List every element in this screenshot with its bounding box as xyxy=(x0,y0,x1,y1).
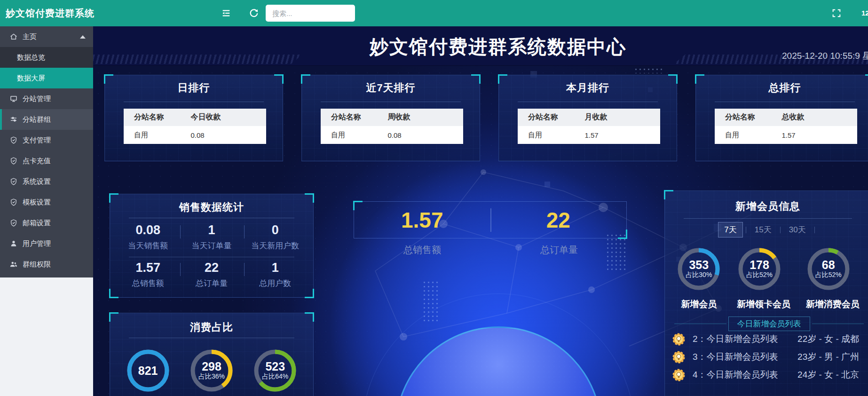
sidebar-item-label: 点卡充值 xyxy=(23,157,51,166)
sidebar-item-label: 支付管理 xyxy=(23,136,51,145)
col-header: 分站名称 xyxy=(124,112,190,122)
dashboard-screen: 妙文馆付费进群系统数据中心 2025-12-20 10:55:9 星期六 日排行… xyxy=(93,26,868,396)
sidebar-item-group-permissions[interactable]: 群组权限 xyxy=(0,254,93,275)
card-title: 近7天排行 xyxy=(302,81,480,95)
table-row: 自用0.08 xyxy=(321,126,463,144)
stat-today-sales: 0.08当天销售额 xyxy=(116,222,180,251)
shield-icon xyxy=(9,157,18,165)
member-info: 23岁 - 男 - 广州 xyxy=(797,351,859,363)
col-header: 分站名称 xyxy=(715,112,781,122)
shield-icon xyxy=(9,177,18,186)
fullscreen-icon[interactable] xyxy=(831,8,842,18)
card-title: 日排行 xyxy=(105,81,283,95)
new-members-donut-group: 353占比30% 新增会员 xyxy=(676,246,721,310)
ranking-table: 分站名称今日收款 自用0.08 xyxy=(124,109,266,144)
user-text[interactable]: 123 xyxy=(861,0,868,26)
sidebar-item-payment-manage[interactable]: 支付管理 xyxy=(0,130,93,150)
sidebar-item-label: 用户管理 xyxy=(23,239,51,248)
collapse-menu-icon[interactable] xyxy=(221,8,231,18)
panel-title: 消费占比 xyxy=(110,320,313,334)
square-decoration xyxy=(544,182,550,187)
member-list-title: 今日新增会员列表 xyxy=(728,317,810,331)
card-title: 本月排行 xyxy=(499,81,677,95)
sidebar-item-substation-manage[interactable]: 分站管理 xyxy=(0,88,93,109)
dashboard-title: 妙文馆付费进群系统数据中心 xyxy=(93,34,868,60)
sidebar-item-label: 数据总览 xyxy=(17,53,45,62)
sales-stats-panel: 销售数据统计 0.08当天销售额 1当天订单量 0当天新用户数 1.57总销售额… xyxy=(110,194,314,298)
dots-decoration xyxy=(422,280,439,323)
sidebar-item-label: 分站群组 xyxy=(23,115,51,124)
user-icon xyxy=(9,239,18,248)
sidebar-item-mail-settings[interactable]: 邮箱设置 xyxy=(0,213,93,233)
member-list-header: 今日新增会员列表 xyxy=(674,317,864,331)
stat-total-orders: 22总订单量 xyxy=(180,260,243,289)
refresh-icon[interactable] xyxy=(249,8,259,18)
sidebar-item-template-settings[interactable]: 模板设置 xyxy=(0,192,93,213)
period-tabs: 7天 15天 30天 xyxy=(665,222,868,238)
sidebar-item-home[interactable]: 主页 xyxy=(0,26,93,47)
ranking-card-week: 近7天排行 分站名称周收款 自用0.08 xyxy=(301,75,480,161)
col-header: 周收款 xyxy=(387,112,463,122)
sidebar-item-label: 模板设置 xyxy=(23,198,51,207)
ranking-table: 分站名称总收款 自用1.57 xyxy=(715,109,857,144)
sidebar-item-system-settings[interactable]: 系统设置 xyxy=(0,171,93,192)
shield-icon xyxy=(9,136,18,144)
donut-chart-523: 523占比64% xyxy=(253,348,298,393)
donut-label: 新增会员 xyxy=(676,298,721,310)
chevron-up-icon xyxy=(80,35,86,39)
member-list: 2：今日新增会员列表 22岁 - 女 - 成都 3：今日新增会员列表 23岁 -… xyxy=(672,330,859,384)
sidebar-item-substation-groups[interactable]: 分站群组 xyxy=(0,109,93,130)
table-row: 自用1.57 xyxy=(715,126,857,144)
panel-title: 销售数据统计 xyxy=(110,200,313,214)
sidebar-item-label: 邮箱设置 xyxy=(23,219,51,228)
sidebar: 主页 数据总览 数据大屏 分站管理 分站群组 支付管理 点卡充值 系统设置 模板… xyxy=(0,26,93,277)
tab-7days[interactable]: 7天 xyxy=(718,222,742,238)
tab-30days[interactable]: 30天 xyxy=(783,222,812,237)
bulb-icon xyxy=(672,333,685,346)
list-item: 2：今日新增会员列表 22岁 - 女 - 成都 xyxy=(672,330,859,348)
search-input[interactable] xyxy=(266,5,355,22)
donut-label: 新增领卡会员 xyxy=(737,298,790,310)
sidebar-item-data-screen[interactable]: 数据大屏 xyxy=(0,68,93,88)
sidebar-item-label: 数据大屏 xyxy=(17,74,45,83)
donut-label: 新增消费会员 xyxy=(806,298,860,310)
panel-title: 新增会员信息 xyxy=(665,199,868,214)
sidebar-item-label: 群组权限 xyxy=(23,260,51,269)
donut-chart-total: 821 xyxy=(126,348,171,393)
col-header: 月收款 xyxy=(584,112,660,122)
col-header: 分站名称 xyxy=(321,112,387,122)
card-members-donut-group: 178占比52% 新增领卡会员 xyxy=(737,246,790,310)
consumption-panel: 消费占比 821 298占比36% 523占比64% xyxy=(110,313,314,396)
app-title: 妙文馆付费进群系统 xyxy=(6,0,95,26)
ranking-card-month: 本月排行 分站名称月收款 自用1.57 xyxy=(498,75,677,161)
sidebar-item-user-manage[interactable]: 用户管理 xyxy=(0,233,93,254)
list-item: 4：今日新增会员列表 24岁 - 女 - 北京 xyxy=(672,366,859,384)
sidebar-item-card-recharge[interactable]: 点卡充值 xyxy=(0,150,93,171)
stat-total-users: 1总用户数 xyxy=(244,260,307,289)
donut-chart-298: 298占比36% xyxy=(189,348,234,393)
topbar: 妙文馆付费进群系统 123 xyxy=(0,0,868,26)
tab-15days[interactable]: 15天 xyxy=(749,222,777,237)
sidebar-item-data-overview[interactable]: 数据总览 xyxy=(0,47,93,68)
sliders-icon xyxy=(9,115,18,124)
ranking-table: 分站名称月收款 自用1.57 xyxy=(518,109,660,144)
shield-icon xyxy=(9,219,18,227)
bulb-icon xyxy=(672,351,685,364)
datetime-text: 2025-12-20 10:55:9 星期六 xyxy=(782,50,868,62)
table-row: 自用1.57 xyxy=(518,126,660,144)
dots-decoration xyxy=(606,233,627,271)
ranking-table: 分站名称周收款 自用0.08 xyxy=(321,109,463,144)
member-info: 22岁 - 女 - 成都 xyxy=(797,333,859,345)
new-members-panel: 新增会员信息 7天 15天 30天 353占比30% 新增会员 178占比52% xyxy=(664,190,868,396)
total-sales-label: 总销售额 xyxy=(375,244,469,256)
ranking-card-daily: 日排行 分站名称今日收款 自用0.08 xyxy=(104,75,283,161)
list-item: 3：今日新增会员列表 23岁 - 男 - 广州 xyxy=(672,348,859,366)
sidebar-item-label: 分站管理 xyxy=(23,95,51,103)
users-icon xyxy=(9,260,18,269)
card-title: 总排行 xyxy=(696,81,868,95)
stat-today-new-users: 0当天新用户数 xyxy=(244,222,307,251)
table-row: 自用0.08 xyxy=(124,126,266,144)
ranking-card-total: 总排行 分站名称总收款 自用1.57 xyxy=(695,75,868,161)
bulb-icon xyxy=(672,369,685,381)
total-orders-value: 22 xyxy=(546,207,570,233)
